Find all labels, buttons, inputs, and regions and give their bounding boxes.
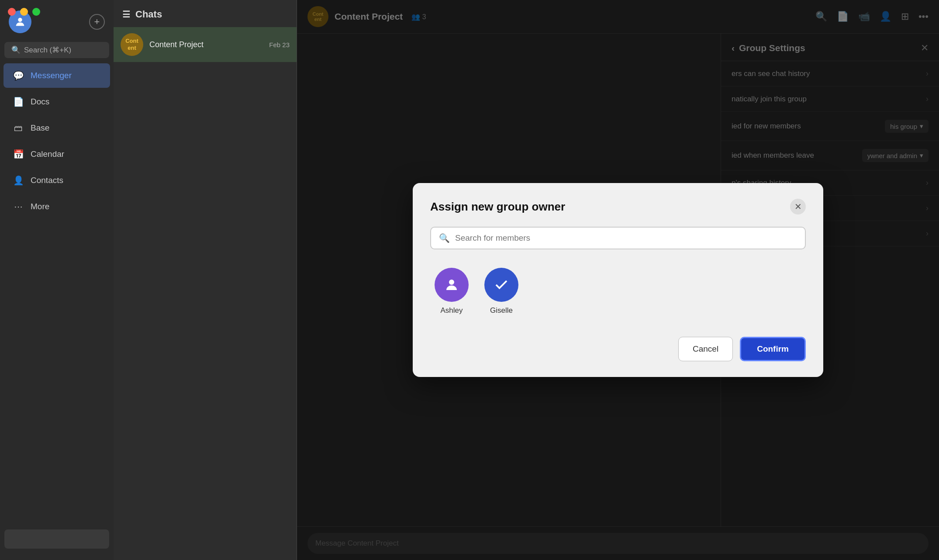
- hamburger-icon: ☰: [122, 9, 130, 20]
- modal-search-icon: 🔍: [439, 233, 450, 243]
- sidebar-item-calendar[interactable]: 📅 Calendar: [3, 142, 110, 166]
- member-search-input[interactable]: [455, 233, 797, 243]
- modal-close-button[interactable]: ✕: [790, 199, 806, 214]
- maximize-window-btn[interactable]: [32, 8, 40, 16]
- search-bar[interactable]: 🔍 Search (⌘+K): [4, 42, 109, 58]
- svg-point-0: [18, 18, 22, 22]
- search-icon: 🔍: [11, 45, 21, 55]
- sidebar-item-docs[interactable]: 📄 Docs: [3, 90, 110, 114]
- calendar-icon: 📅: [12, 148, 24, 160]
- sidebar-item-label: Messenger: [31, 71, 72, 80]
- giselle-name: Giselle: [490, 306, 513, 315]
- search-placeholder-text: Search (⌘+K): [24, 45, 71, 55]
- sidebar-item-label: Calendar: [31, 149, 64, 159]
- chat-list-panel: ☰ Chats Cont ent Content Project Feb 23: [114, 0, 297, 560]
- sidebar-item-label: Base: [31, 123, 49, 133]
- docs-icon: 📄: [12, 96, 24, 108]
- new-chat-button[interactable]: +: [89, 14, 105, 30]
- sidebar-item-label: Docs: [31, 97, 49, 107]
- ashley-avatar: [435, 268, 469, 302]
- assign-owner-modal: Assign new group owner ✕ 🔍 Ashley: [413, 183, 823, 377]
- contacts-icon: 👤: [12, 174, 24, 187]
- modal-header: Assign new group owner ✕: [430, 199, 806, 214]
- sidebar: + 🔍 Search (⌘+K) 💬 Messenger 📄 Docs 🗃 Ba…: [0, 0, 114, 560]
- confirm-button[interactable]: Confirm: [740, 337, 806, 361]
- modal-footer: Cancel Confirm: [430, 337, 806, 361]
- messenger-icon: 💬: [12, 69, 24, 82]
- svg-point-1: [449, 280, 454, 285]
- sidebar-bottom: [0, 525, 114, 553]
- members-grid: Ashley Giselle: [430, 263, 806, 332]
- close-window-btn[interactable]: [8, 8, 16, 16]
- chat-item[interactable]: Cont ent Content Project Feb 23: [114, 27, 297, 62]
- chat-info: Content Project: [149, 40, 263, 49]
- ashley-name: Ashley: [440, 306, 463, 315]
- sidebar-item-messenger[interactable]: 💬 Messenger: [3, 63, 110, 88]
- chat-list-title: Chats: [135, 9, 162, 20]
- sidebar-item-label: More: [31, 202, 49, 211]
- modal-search-bar[interactable]: 🔍: [430, 227, 806, 249]
- chat-avatar: Cont ent: [121, 33, 143, 56]
- sidebar-item-base[interactable]: 🗃 Base: [3, 116, 110, 140]
- base-icon: 🗃: [12, 122, 24, 134]
- window-controls: [8, 8, 40, 16]
- member-item-ashley[interactable]: Ashley: [435, 268, 469, 315]
- giselle-avatar: [484, 268, 518, 302]
- chat-name: Content Project: [149, 40, 263, 49]
- sidebar-item-label: Contacts: [31, 176, 63, 185]
- more-icon: ⋯: [12, 200, 24, 213]
- sidebar-item-more[interactable]: ⋯ More: [3, 194, 110, 219]
- chat-list-header: ☰ Chats: [114, 0, 297, 27]
- modal-title: Assign new group owner: [430, 200, 565, 214]
- right-area: Cont ent Content Project 👥 3 🔍 📄 📹 👤 ⊞ •…: [297, 0, 939, 560]
- member-item-giselle[interactable]: Giselle: [484, 268, 518, 315]
- chat-date: Feb 23: [269, 41, 290, 48]
- sidebar-item-contacts[interactable]: 👤 Contacts: [3, 168, 110, 193]
- sidebar-bottom-bar: [4, 529, 109, 549]
- minimize-window-btn[interactable]: [20, 8, 28, 16]
- cancel-button[interactable]: Cancel: [678, 337, 733, 361]
- modal-overlay: Assign new group owner ✕ 🔍 Ashley: [297, 0, 939, 560]
